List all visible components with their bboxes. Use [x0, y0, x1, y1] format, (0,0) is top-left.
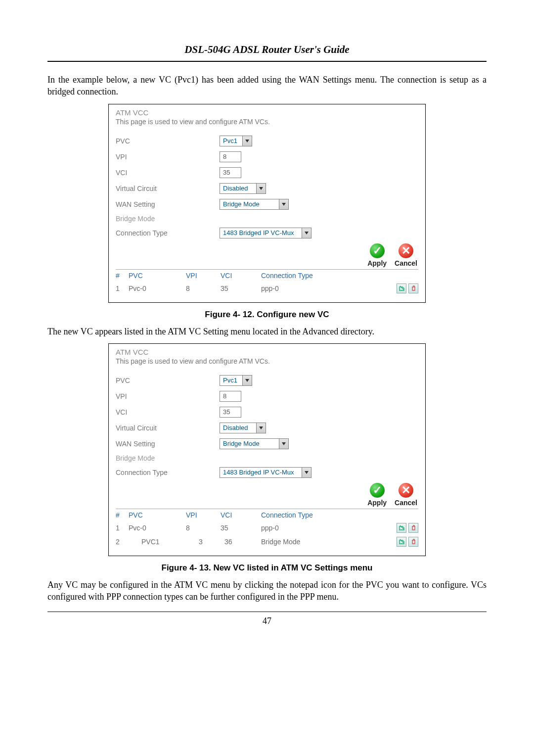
label-wan-setting: WAN Setting — [116, 440, 220, 448]
delete-row-button[interactable] — [408, 284, 418, 293]
th-num: # — [116, 272, 129, 280]
panel-desc: This page is used to view and configure … — [116, 118, 418, 126]
edit-row-button[interactable] — [397, 284, 406, 293]
check-icon: ✓ — [370, 243, 385, 258]
footer-rule — [47, 612, 487, 612]
label-vpi: VPI — [116, 392, 220, 400]
th-pvc: PVC — [129, 511, 186, 519]
td-vci: 36 — [221, 538, 261, 546]
pvc-select[interactable]: Pvc1 — [220, 136, 252, 146]
apply-button[interactable]: ✓ Apply — [367, 243, 387, 267]
page-number: 47 — [47, 616, 487, 626]
apply-label: Apply — [367, 499, 387, 507]
apply-button[interactable]: ✓ Apply — [367, 483, 387, 507]
notepad-icon — [399, 525, 404, 530]
svg-marker-4 — [245, 379, 249, 382]
svg-marker-2 — [282, 203, 286, 206]
panel-title: ATM VCC — [116, 348, 418, 356]
figure-caption-1: Figure 4- 12. Configure new VC — [47, 310, 487, 320]
paragraph-mid: The new VC appears listed in the ATM VC … — [47, 326, 487, 337]
vc-table: # PVC VPI VCI Connection Type 1 Pvc-0 8 … — [116, 509, 418, 549]
td-ctype: ppp-0 — [261, 284, 360, 292]
dropdown-arrow-icon — [302, 468, 311, 477]
x-icon: ✕ — [399, 483, 413, 498]
td-num: 1 — [116, 524, 129, 532]
dropdown-arrow-icon — [256, 184, 266, 193]
panel-title: ATM VCC — [116, 108, 418, 117]
pvc-select-value: Pvc1 — [220, 137, 242, 144]
td-num: 2 — [116, 538, 129, 546]
screenshot-atm-vcc-2: ATM VCC This page is used to view and co… — [108, 343, 426, 556]
cancel-button[interactable]: ✕ Cancel — [395, 483, 417, 507]
th-vpi: VPI — [186, 272, 221, 280]
figure-caption-2: Figure 4- 13. New VC listed in ATM VC Se… — [47, 563, 487, 573]
cancel-button[interactable]: ✕ Cancel — [395, 243, 417, 267]
td-num: 1 — [116, 284, 129, 292]
paragraph-intro-1: In the example below, a new VC (Pvc1) ha… — [47, 74, 487, 98]
table-row: 1 Pvc-0 8 35 ppp-0 — [116, 521, 418, 535]
th-vpi: VPI — [186, 511, 221, 519]
vci-input[interactable]: 35 — [220, 167, 241, 178]
trash-icon — [411, 539, 416, 544]
trash-icon — [411, 525, 416, 530]
svg-marker-1 — [259, 187, 263, 190]
screenshot-atm-vcc-1: ATM VCC This page is used to view and co… — [108, 104, 426, 303]
td-pvc: PVC1 — [129, 538, 186, 546]
table-row: 1 Pvc-0 8 35 ppp-0 — [116, 282, 418, 295]
th-pvc: PVC — [129, 272, 186, 280]
connection-type-select[interactable]: 1483 Bridged IP VC-Mux — [220, 228, 312, 238]
label-virtual-circuit: Virtual Circuit — [116, 424, 220, 432]
cancel-label: Cancel — [395, 259, 417, 267]
paragraph-closing: Any VC may be configured in the ATM VC m… — [47, 579, 487, 603]
delete-row-button[interactable] — [408, 523, 418, 533]
td-pvc: Pvc-0 — [129, 284, 186, 292]
pvc-select[interactable]: Pvc1 — [220, 375, 252, 386]
connection-type-value: 1483 Bridged IP VC-Mux — [220, 469, 302, 476]
wan-setting-value: Bridge Mode — [220, 200, 279, 208]
vpi-input[interactable]: 8 — [220, 391, 241, 402]
vci-input[interactable]: 35 — [220, 407, 241, 418]
td-ctype: ppp-0 — [261, 524, 360, 532]
label-connection-type: Connection Type — [116, 229, 220, 237]
check-icon: ✓ — [370, 483, 385, 498]
th-ctype: Connection Type — [261, 511, 360, 519]
td-vpi: 8 — [186, 284, 221, 292]
dropdown-arrow-icon — [279, 199, 288, 209]
virtual-circuit-select[interactable]: Disabled — [220, 183, 266, 194]
dropdown-arrow-icon — [279, 439, 288, 449]
vpi-input[interactable]: 8 — [220, 151, 241, 162]
th-vci: VCI — [221, 511, 261, 519]
th-ctype: Connection Type — [261, 272, 360, 280]
wan-setting-select[interactable]: Bridge Mode — [220, 199, 289, 210]
section-bridge-mode: Bridge Mode — [116, 215, 220, 223]
edit-row-button[interactable] — [397, 523, 406, 533]
label-pvc: PVC — [116, 137, 220, 145]
edit-row-button[interactable] — [397, 537, 406, 547]
th-vci: VCI — [221, 272, 261, 280]
virtual-circuit-select[interactable]: Disabled — [220, 423, 266, 433]
delete-row-button[interactable] — [408, 537, 418, 547]
section-bridge-mode: Bridge Mode — [116, 454, 220, 462]
manual-page: DSL-504G ADSL Router User's Guide In the… — [0, 0, 534, 646]
svg-marker-6 — [282, 442, 286, 445]
notepad-icon — [399, 539, 404, 544]
pvc-select-value: Pvc1 — [220, 377, 242, 384]
td-vci: 35 — [221, 524, 261, 532]
svg-marker-3 — [305, 232, 309, 235]
svg-marker-5 — [259, 426, 263, 429]
label-wan-setting: WAN Setting — [116, 200, 220, 208]
dropdown-arrow-icon — [242, 136, 252, 146]
apply-label: Apply — [367, 259, 387, 267]
label-vci: VCI — [116, 169, 220, 177]
connection-type-select[interactable]: 1483 Bridged IP VC-Mux — [220, 467, 312, 478]
label-vci: VCI — [116, 408, 220, 416]
table-row: 2 PVC1 3 36 Bridge Mode — [116, 535, 418, 549]
td-vpi: 8 — [186, 524, 221, 532]
td-vpi: 3 — [186, 538, 221, 546]
table-header-row: # PVC VPI VCI Connection Type — [116, 509, 418, 521]
virtual-circuit-value: Disabled — [220, 185, 256, 192]
wan-setting-select[interactable]: Bridge Mode — [220, 438, 289, 449]
notepad-icon — [399, 285, 404, 291]
table-header-row: # PVC VPI VCI Connection Type — [116, 270, 418, 282]
td-pvc: Pvc-0 — [129, 524, 186, 532]
